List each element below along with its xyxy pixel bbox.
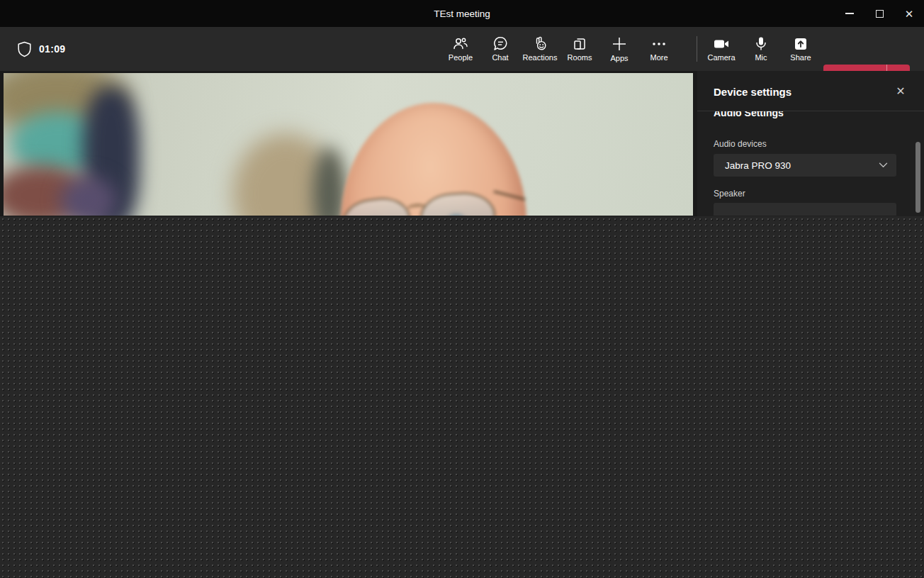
panel-scrollbar[interactable] — [915, 142, 920, 213]
speaker-dropdown[interactable] — [714, 203, 896, 216]
share-label: Share — [790, 53, 811, 62]
call-info: 01:09 — [17, 27, 65, 71]
panel-header: Device settings ✕ — [697, 71, 924, 111]
rooms-button[interactable]: Rooms — [560, 27, 599, 71]
mic-label: Mic — [755, 53, 767, 62]
meeting-timer: 01:09 — [39, 43, 65, 55]
audio-settings-heading: Audio Settings — [714, 111, 908, 118]
apps-label: Apps — [610, 54, 628, 62]
minimize-icon — [845, 13, 854, 14]
chat-button[interactable]: Chat — [480, 27, 520, 71]
panel-title: Device settings — [714, 86, 791, 98]
reactions-button[interactable]: Reactions — [520, 27, 560, 71]
shield-icon — [17, 41, 32, 57]
titlebar: TEst meeting ✕ — [0, 0, 924, 27]
more-button[interactable]: More — [639, 27, 679, 71]
people-label: People — [449, 53, 473, 62]
window-controls: ✕ — [835, 0, 924, 27]
participant-glasses — [335, 183, 537, 216]
mic-button[interactable]: Mic — [741, 27, 781, 71]
camera-label: Camera — [707, 53, 735, 62]
chat-icon — [493, 36, 508, 51]
glasses-lens — [419, 191, 497, 216]
participant-face — [335, 103, 537, 216]
apps-button[interactable]: Apps — [599, 27, 639, 71]
more-label: More — [650, 53, 667, 62]
apps-icon — [612, 36, 627, 52]
close-button[interactable]: ✕ — [894, 0, 924, 27]
maximize-button[interactable] — [864, 0, 894, 27]
speaker-label: Speaker — [714, 189, 908, 199]
people-button[interactable]: People — [441, 27, 480, 71]
rooms-icon — [573, 37, 587, 51]
share-icon — [793, 37, 808, 51]
people-icon — [453, 37, 468, 51]
mic-icon — [754, 36, 768, 51]
meeting-toolbar: 01:09 People Chat Reactions — [0, 27, 924, 71]
panel-close-button[interactable]: ✕ — [894, 85, 907, 98]
glasses-lens — [340, 194, 412, 216]
stage-background — [0, 216, 924, 578]
reactions-icon — [532, 36, 548, 51]
camera-button[interactable]: Camera — [702, 27, 741, 71]
toolbar-center: People Chat Reactions Rooms — [441, 27, 679, 71]
reactions-label: Reactions — [523, 53, 558, 62]
chat-label: Chat — [492, 53, 508, 62]
maximize-icon — [876, 10, 884, 18]
participant-video-tile[interactable] — [4, 73, 693, 216]
panel-body: Audio Settings Audio devices Jabra PRO 9… — [697, 111, 924, 216]
close-icon: ✕ — [905, 9, 914, 19]
minimize-button[interactable] — [835, 0, 864, 27]
teams-meeting-window: TEst meeting ✕ 01:09 People — [0, 0, 924, 578]
window-title: TEst meeting — [434, 9, 490, 19]
share-button[interactable]: Share — [781, 27, 821, 71]
chevron-down-icon — [879, 162, 888, 168]
audio-devices-label: Audio devices — [714, 139, 908, 149]
audio-devices-dropdown[interactable]: Jabra PRO 930 — [714, 154, 896, 177]
camera-icon — [713, 37, 730, 51]
device-settings-panel: Device settings ✕ Audio Settings Audio d… — [697, 71, 924, 216]
more-icon — [651, 37, 667, 51]
toolbar-divider — [697, 36, 697, 62]
toolbar-right: Camera Mic Share — [697, 27, 821, 71]
rooms-label: Rooms — [568, 53, 592, 62]
glasses-temple — [492, 191, 526, 207]
audio-devices-value: Jabra PRO 930 — [725, 160, 791, 171]
